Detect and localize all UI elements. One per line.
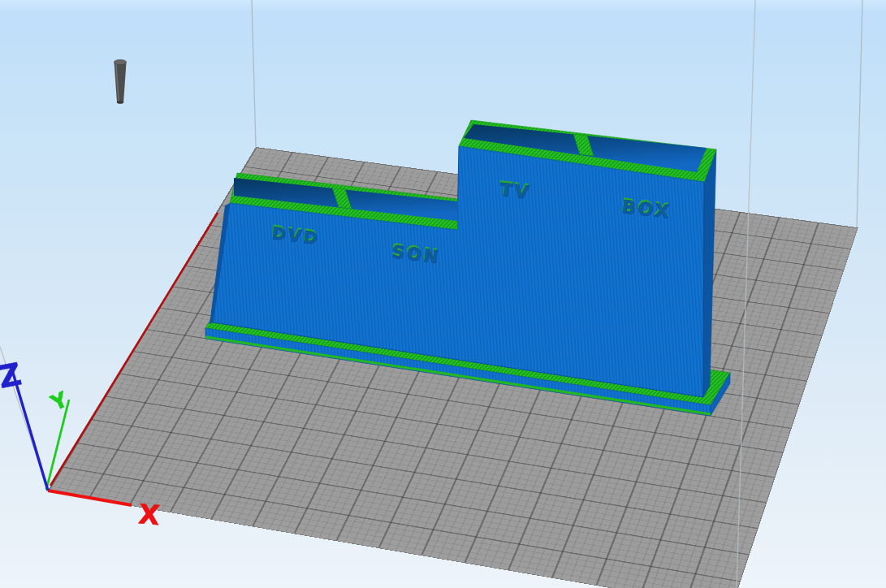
z-axis-label: Z [0, 356, 24, 395]
x-axis-line [48, 491, 132, 505]
scene-overlay: X Y Z [0, 0, 886, 588]
svg-text:TV: TV [499, 179, 531, 203]
print-head-top [114, 59, 126, 64]
print-head-bottom [117, 101, 123, 104]
volume-edge-front-right [737, 0, 755, 588]
right-side-face [703, 149, 716, 397]
x-axis-label: X [137, 498, 161, 531]
volume-edge-back-left [252, 0, 256, 147]
label-tv: TV TV [498, 177, 532, 204]
axes-indicator: X Y Z [0, 213, 218, 531]
3d-viewport[interactable]: X Y Z [0, 0, 886, 588]
print-head-indicator [114, 59, 126, 103]
volume-edge-back-right [857, 0, 862, 227]
y-edge-line [50, 213, 218, 486]
model-remote-organizer[interactable]: DVD DVD SON SON TV TV BOX BOX [205, 120, 730, 416]
